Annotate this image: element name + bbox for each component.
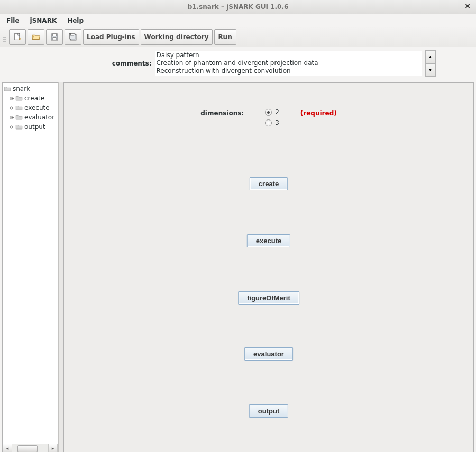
figure-of-merit-button[interactable]: figureOfMerit	[238, 291, 299, 305]
comments-label: comments:	[41, 60, 152, 67]
new-file-icon: ✳	[13, 32, 22, 42]
required-indicator: (required)	[300, 108, 337, 117]
tree-horizontal-scrollbar[interactable]: ◂ ▸	[3, 444, 58, 452]
save-button[interactable]	[46, 29, 63, 45]
output-button[interactable]: output	[249, 404, 288, 418]
working-directory-button[interactable]: Working directory	[141, 29, 213, 45]
tree-node-label: create	[24, 95, 44, 102]
comments-textarea[interactable]: Daisy pattern Creation of phantom and di…	[155, 51, 422, 76]
menu-help[interactable]: Help	[63, 16, 88, 25]
svg-rect-4	[53, 38, 56, 40]
window-titlebar: b1.snark – jSNARK GUI 1.0.6 ×	[0, 0, 476, 14]
comments-spinner: ▲ ▼	[425, 50, 436, 77]
load-plugins-button[interactable]: Load Plug-ins	[83, 29, 139, 45]
tree-node-create[interactable]: create	[9, 94, 57, 103]
scroll-right-icon[interactable]: ▸	[48, 444, 58, 452]
execute-button[interactable]: execute	[247, 234, 290, 247]
splitpane: snark create execute	[0, 80, 476, 452]
radio-3[interactable]	[265, 119, 272, 126]
folder-icon	[15, 124, 23, 130]
svg-text:✳: ✳	[19, 36, 22, 41]
tree-node-execute[interactable]: execute	[9, 103, 57, 113]
floppy-stack-icon	[68, 32, 78, 42]
dimensions-label: dimensions:	[200, 108, 244, 117]
open-folder-icon	[31, 32, 41, 42]
open-file-button[interactable]	[28, 29, 44, 45]
run-button[interactable]: Run	[214, 29, 236, 45]
toolbar-grip	[3, 31, 6, 43]
folder-icon	[15, 95, 23, 102]
folder-icon	[4, 86, 11, 92]
comments-line: Reconstruction with divergent convolutio…	[157, 67, 421, 75]
create-button[interactable]: create	[250, 177, 288, 190]
tree-node-label: output	[24, 123, 45, 131]
main-pane: dimensions: 2 3 (required) create execut…	[63, 82, 474, 452]
new-file-button[interactable]: ✳	[9, 29, 26, 45]
comments-line: Daisy pattern	[157, 51, 421, 59]
dimensions-option-2[interactable]: 2	[265, 108, 279, 116]
svg-rect-7	[71, 33, 74, 35]
tree-node-label: evaluator	[24, 114, 54, 121]
dimensions-option-3[interactable]: 3	[265, 119, 279, 126]
tree-pane: snark create execute	[2, 82, 58, 452]
radio-3-label: 3	[275, 119, 279, 126]
radio-2[interactable]	[265, 109, 272, 116]
tree-expand-icon[interactable]	[9, 106, 14, 110]
splitpane-divider[interactable]	[58, 82, 63, 452]
menu-file[interactable]: File	[2, 16, 24, 25]
save-as-button[interactable]	[65, 29, 81, 45]
comments-up-button[interactable]: ▲	[426, 51, 435, 63]
dimensions-block: dimensions: 2 3 (required)	[64, 108, 473, 126]
radio-2-label: 2	[275, 108, 279, 116]
tree-node-label: execute	[24, 104, 50, 112]
folder-icon	[15, 105, 23, 111]
tree-node-output[interactable]: output	[9, 122, 57, 132]
comments-row: comments: Daisy pattern Creation of phan…	[0, 47, 476, 80]
tree-expand-icon[interactable]	[9, 96, 14, 101]
comments-down-button[interactable]: ▼	[426, 63, 435, 77]
tree-expand-icon[interactable]	[9, 125, 14, 130]
scroll-thumb[interactable]	[17, 445, 38, 452]
evaluator-button[interactable]: evaluator	[244, 347, 293, 361]
floppy-icon	[50, 32, 59, 42]
toolbar: ✳ Load Plug-ins Working directory Run	[0, 27, 476, 47]
folder-icon	[15, 114, 23, 121]
tree-root-label: snark	[13, 85, 30, 93]
tree-node-evaluator[interactable]: evaluator	[9, 113, 57, 122]
svg-rect-3	[52, 34, 57, 36]
comments-line: Creation of phantom and divergent projec…	[157, 59, 421, 67]
menu-jsnark[interactable]: jSNARK	[26, 16, 61, 25]
scroll-left-icon[interactable]: ◂	[3, 444, 12, 452]
tree-expand-icon[interactable]	[9, 115, 14, 120]
window-title: b1.snark – jSNARK GUI 1.0.6	[188, 3, 289, 11]
tree-root[interactable]: snark	[4, 84, 57, 94]
menubar: File jSNARK Help	[0, 14, 476, 27]
window-close-icon[interactable]: ×	[463, 2, 472, 11]
